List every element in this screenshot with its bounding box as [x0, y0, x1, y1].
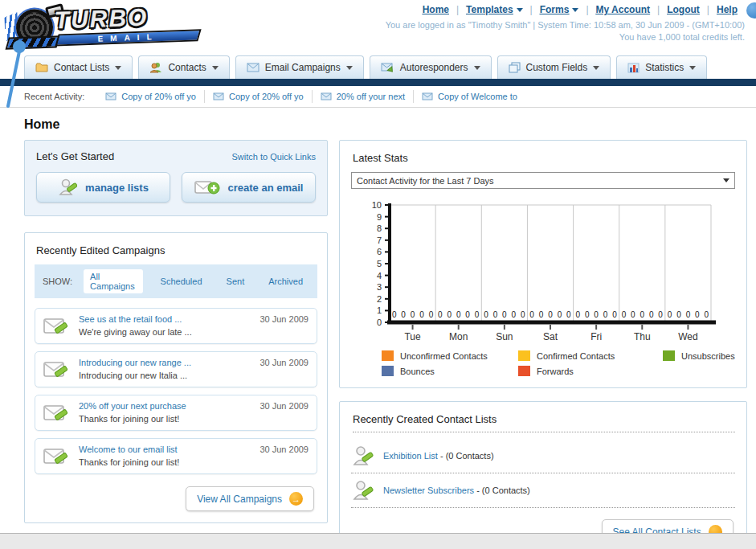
- get-started-panel: Let's Get Started Switch to Quick Links: [24, 140, 328, 216]
- recent-activity-item[interactable]: Copy of 20% off yo: [97, 90, 205, 103]
- svg-text:0: 0: [558, 310, 562, 319]
- recent-activity-item[interactable]: Copy of 20% off yo: [205, 90, 313, 103]
- chevron-down-icon: [723, 178, 729, 182]
- recent-activity-item[interactable]: Copy of Welcome to: [414, 90, 525, 103]
- svg-text:0: 0: [493, 310, 498, 319]
- filter-archived[interactable]: Archived: [262, 274, 309, 289]
- nav-templates-link[interactable]: Templates: [459, 4, 529, 15]
- nav-my-account-link[interactable]: My Account: [589, 4, 658, 15]
- campaign-row: 20% off your next purchase Thanks for jo…: [35, 395, 317, 431]
- contact-list-count: - (0 Contacts): [438, 451, 494, 461]
- svg-text:0: 0: [640, 310, 645, 319]
- stats-period-select[interactable]: Contact Activity for the Last 7 Days: [351, 172, 735, 189]
- arrow-right-icon: →: [709, 525, 722, 534]
- campaign-title-link[interactable]: 20% off your next purchase: [79, 401, 259, 411]
- svg-text:Sat: Sat: [543, 331, 558, 342]
- svg-text:0: 0: [429, 310, 434, 319]
- stats-period-value: Contact Activity for the Last 7 Days: [357, 176, 494, 186]
- switch-to-quick-links[interactable]: Switch to Quick Links: [231, 152, 316, 162]
- recent-activity-label: Recent Activity:: [24, 92, 84, 101]
- legend-item: Forwards: [518, 366, 663, 376]
- svg-text:3: 3: [377, 282, 382, 292]
- campaign-title-link[interactable]: See us at the retail food ...: [79, 314, 259, 324]
- chevron-down-icon: [212, 66, 219, 70]
- main-nav-tabbar: Contact Lists Contacts Email Campaigns A…: [0, 53, 756, 79]
- svg-text:0: 0: [521, 310, 525, 319]
- svg-text:0: 0: [411, 310, 415, 319]
- login-info: You are logged in as "Timothy Smith" | S…: [386, 19, 745, 43]
- tab-autoresponders[interactable]: Autoresponders: [370, 55, 492, 79]
- app-window: TURBO EMAIL Home | Templates | Forms | M…: [0, 0, 756, 534]
- svg-text:0: 0: [585, 310, 590, 319]
- header-right: Home | Templates | Forms | My Account | …: [386, 4, 745, 43]
- get-started-title: Let's Get Started: [36, 150, 114, 162]
- manage-lists-button[interactable]: manage lists: [36, 172, 170, 203]
- turbo-email-logo: TURBO EMAIL: [4, 0, 223, 52]
- see-all-contact-lists-button[interactable]: See All Contact Lists →: [602, 519, 734, 534]
- legend-item: Unconfirmed Contacts: [382, 350, 518, 361]
- envelope-pencil-icon: [43, 403, 69, 424]
- navy-divider-bar: [0, 79, 756, 86]
- filter-all-campaigns[interactable]: All Campaigns: [84, 269, 142, 293]
- latest-stats-title: Latest Stats: [353, 152, 735, 164]
- svg-text:0: 0: [622, 310, 627, 319]
- nav-logout-link[interactable]: Logout: [660, 4, 707, 15]
- help-balloon-icon[interactable]: [746, 2, 756, 18]
- filter-sent[interactable]: Sent: [220, 274, 251, 289]
- tab-email-campaigns[interactable]: Email Campaigns: [235, 55, 364, 79]
- nav-forms-link[interactable]: Forms: [533, 4, 586, 15]
- recent-activity-item[interactable]: 20% off your next: [313, 90, 414, 103]
- svg-text:0: 0: [695, 310, 700, 319]
- legend-item: Confirmed Contacts: [518, 350, 663, 361]
- arrow-right-icon: →: [289, 492, 303, 506]
- svg-text:0: 0: [548, 310, 553, 319]
- svg-text:8: 8: [377, 223, 382, 233]
- person-pencil-icon: [58, 178, 77, 196]
- contact-lists-title: Recently Created Contact Lists: [353, 413, 735, 432]
- nav-help-link[interactable]: Help: [709, 4, 745, 15]
- campaign-date: 30 Jun 2009: [259, 314, 309, 324]
- contacts-icon: [149, 62, 162, 73]
- legend-item: Unsubscribes: [663, 350, 735, 361]
- svg-text:0: 0: [668, 310, 672, 319]
- login-info-line2: You have 1,000 total credits left.: [386, 31, 745, 43]
- envelope-icon: [422, 92, 433, 100]
- campaign-date: 30 Jun 2009: [259, 358, 309, 367]
- legend-swatch: [382, 366, 394, 376]
- svg-text:0: 0: [419, 310, 424, 319]
- legend-item: Bounces: [382, 366, 518, 376]
- tab-custom-fields[interactable]: Custom Fields: [497, 55, 611, 79]
- view-all-campaigns-button[interactable]: View All Campaigns →: [186, 486, 314, 511]
- create-an-email-button[interactable]: create an email: [182, 172, 316, 203]
- chevron-down-icon: [593, 66, 599, 70]
- tab-statistics[interactable]: Statistics: [616, 55, 707, 79]
- legend-swatch: [382, 350, 394, 361]
- campaigns-title: Recently Edited Campaigns: [36, 244, 317, 256]
- svg-text:0: 0: [566, 310, 571, 319]
- campaign-title-link[interactable]: Welcome to our email list: [79, 445, 259, 454]
- contact-list-link[interactable]: Exhibition List: [383, 451, 438, 461]
- tab-contact-lists[interactable]: Contact Lists: [24, 55, 133, 79]
- filter-scheduled[interactable]: Scheduled: [154, 274, 209, 289]
- campaign-subtitle: We're giving away our late ...: [79, 327, 192, 337]
- envelope-pencil-icon: [43, 316, 69, 337]
- campaign-title-link[interactable]: Introducing our new range ...: [79, 358, 259, 367]
- person-pencil-icon: [353, 480, 374, 501]
- contact-list-link[interactable]: Newsletter Subscribers: [383, 485, 474, 495]
- chevron-down-icon: [517, 8, 523, 12]
- chevron-down-icon: [346, 66, 353, 70]
- svg-text:0: 0: [594, 310, 599, 319]
- campaign-date: 30 Jun 2009: [259, 401, 309, 411]
- top-nav: Home | Templates | Forms | My Account | …: [386, 4, 745, 15]
- chart-legend: Unconfirmed Contacts Confirmed Contacts …: [382, 350, 735, 376]
- page-background-strip: [0, 534, 756, 549]
- statistics-icon: [627, 63, 640, 73]
- svg-text:Mon: Mon: [449, 331, 468, 342]
- svg-text:0: 0: [603, 310, 608, 319]
- nav-home-link[interactable]: Home: [415, 4, 456, 15]
- tab-contacts[interactable]: Contacts: [138, 55, 229, 79]
- campaign-subtitle: Thanks for joining our list!: [79, 414, 179, 424]
- svg-text:0: 0: [676, 310, 681, 319]
- campaign-date: 30 Jun 2009: [259, 445, 309, 454]
- svg-text:Wed: Wed: [678, 331, 697, 342]
